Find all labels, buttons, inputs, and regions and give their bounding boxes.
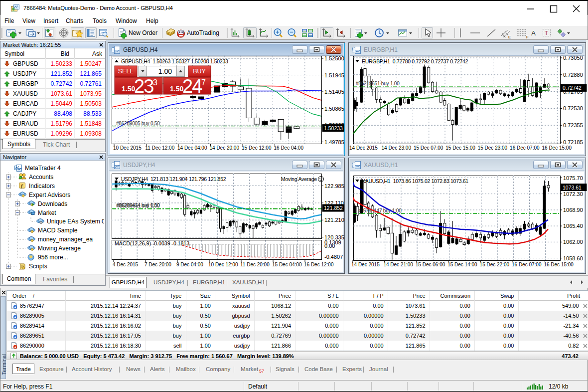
svg-text:14 Dec 21:00: 14 Dec 21:00: [383, 262, 413, 267]
svg-text:16 Dec 15:00: 16 Dec 15:00: [544, 262, 574, 267]
svg-text:1058.60: 1058.60: [563, 255, 583, 261]
svg-text:14 Dec 2015: 14 Dec 2015: [351, 262, 380, 267]
svg-text:1065.40: 1065.40: [563, 223, 583, 229]
svg-text:1062.00: 1062.00: [563, 239, 583, 245]
svg-text:15 Dec 06:00: 15 Dec 06:00: [416, 262, 445, 267]
svg-text:1072.30: 1072.30: [563, 191, 583, 197]
svg-text:1075.70: 1075.70: [563, 175, 583, 181]
svg-text:XAUUSD,H1 1073.86 1075.02 107: XAUUSD,H1 1073.86 1075.02 1072.83 1073.6…: [362, 178, 468, 184]
svg-text:16 Dec 07:00: 16 Dec 07:00: [512, 262, 542, 267]
svg-text:1073.61: 1073.61: [563, 185, 582, 191]
svg-text:1068.90: 1068.90: [563, 207, 583, 213]
svg-text:15 Dec 22:00: 15 Dec 22:00: [480, 262, 510, 267]
svg-text:15 Dec 14:00: 15 Dec 14:00: [447, 262, 477, 267]
